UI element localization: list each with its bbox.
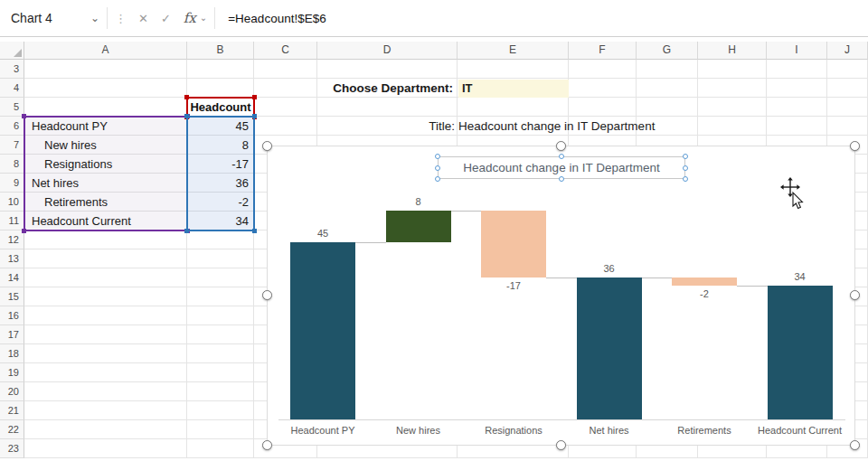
select-all-corner[interactable] — [0, 42, 24, 60]
range-handle[interactable] — [184, 95, 189, 99]
row-header-4[interactable]: 4 — [0, 79, 24, 98]
range-highlight-red[interactable] — [186, 97, 255, 118]
fx-chevron-icon[interactable]: ⌄ — [200, 14, 207, 23]
row-header-16[interactable]: 16 — [0, 306, 24, 325]
row-header-5[interactable]: 5 — [0, 98, 24, 117]
title-value-cell[interactable]: Headcount change in IT Department — [458, 117, 757, 136]
textbox-handle[interactable] — [683, 176, 688, 182]
textbox-handle[interactable] — [559, 176, 564, 182]
column-header-G[interactable]: G — [637, 42, 698, 60]
waterfall-bar-4[interactable] — [577, 278, 642, 419]
chart-title-textbox[interactable]: Headcount change in IT Department — [438, 156, 685, 179]
waterfall-connector — [451, 211, 482, 212]
chart-resize-handle[interactable] — [262, 290, 272, 300]
waterfall-connector — [546, 278, 577, 278]
chart-area[interactable]: 45Headcount PY8New hires-17Resignations3… — [267, 146, 855, 446]
name-box[interactable]: Chart 4 ⌄ — [11, 11, 99, 25]
row-header-9[interactable]: 9 — [0, 174, 24, 193]
row-header-12[interactable]: 12 — [0, 230, 24, 249]
category-axis-label: Headcount PY — [276, 425, 370, 436]
column-header-C[interactable]: C — [254, 42, 317, 60]
row-header-3[interactable]: 3 — [0, 60, 24, 79]
row-header-13[interactable]: 13 — [0, 249, 24, 268]
row-header-10[interactable]: 10 — [0, 193, 24, 212]
kebab-icon: ⋮ — [115, 12, 127, 25]
chart-resize-handle[interactable] — [850, 440, 860, 450]
bar-value-label: -2 — [672, 288, 737, 299]
column-header-E[interactable]: E — [458, 42, 569, 60]
chart-resize-handle[interactable] — [850, 141, 860, 151]
range-handle[interactable] — [184, 114, 189, 118]
chart-resize-handle[interactable] — [556, 440, 566, 450]
bar-value-label: 36 — [577, 263, 642, 274]
row-header-15[interactable]: 15 — [0, 287, 24, 306]
column-header-J[interactable]: J — [827, 42, 868, 60]
plot-area: 45Headcount PY8New hires-17Resignations3… — [268, 146, 854, 445]
textbox-handle[interactable] — [683, 165, 688, 171]
range-handle[interactable] — [22, 114, 26, 118]
formula-input[interactable]: =Headcount!$E$6 — [228, 12, 326, 25]
range-handle[interactable] — [184, 229, 189, 233]
category-axis-label: Resignations — [467, 425, 561, 436]
chart-resize-handle[interactable] — [262, 440, 272, 450]
range-highlight-purple[interactable] — [24, 116, 188, 231]
enter-icon[interactable]: ✓ — [155, 12, 177, 25]
range-highlight-blue[interactable] — [186, 116, 255, 231]
range-handle[interactable] — [252, 95, 257, 99]
cancel-icon[interactable]: ✕ — [132, 12, 155, 25]
category-axis-label: Headcount Current — [753, 425, 847, 436]
category-axis-label: New hires — [372, 425, 466, 436]
row-header-18[interactable]: 18 — [0, 344, 24, 363]
row-header-7[interactable]: 7 — [0, 136, 24, 155]
waterfall-connector — [642, 278, 673, 278]
column-header-H[interactable]: H — [698, 42, 767, 60]
chart-title: Headcount change in IT Department — [463, 161, 659, 174]
row-header-20[interactable]: 20 — [0, 382, 24, 401]
waterfall-connector — [355, 242, 386, 243]
choose-department-label: Choose Department: — [317, 79, 453, 98]
chart-resize-handle[interactable] — [556, 141, 566, 151]
chart-resize-handle[interactable] — [850, 290, 860, 300]
name-box-value: Chart 4 — [11, 11, 52, 25]
title-label: Title: — [380, 117, 455, 136]
category-axis-label: Net hires — [562, 425, 656, 436]
select-all-triangle-icon — [14, 49, 22, 57]
column-header-A[interactable]: A — [24, 42, 187, 60]
textbox-handle[interactable] — [435, 154, 440, 159]
row-header-17[interactable]: 17 — [0, 325, 24, 344]
row-header-6[interactable]: 6 — [0, 117, 24, 136]
row-header-19[interactable]: 19 — [0, 363, 24, 382]
category-axis-line — [278, 419, 845, 420]
bar-value-label: 8 — [386, 196, 451, 207]
textbox-handle[interactable] — [435, 165, 440, 171]
range-handle[interactable] — [252, 229, 257, 233]
waterfall-bar-2[interactable] — [386, 211, 451, 242]
column-header-B[interactable]: B — [187, 42, 254, 60]
range-handle[interactable] — [22, 229, 26, 233]
textbox-handle[interactable] — [683, 154, 688, 159]
category-axis-label: Retirements — [657, 425, 751, 436]
name-box-chevron-icon[interactable]: ⌄ — [90, 13, 99, 24]
column-header-F[interactable]: F — [569, 42, 637, 60]
chart-resize-handle[interactable] — [262, 141, 272, 151]
row-header-14[interactable]: 14 — [0, 268, 24, 287]
formula-bar: Chart 4 ⌄ ⋮ ✕ ✓ fx ⌄ =Headcount!$E$6 — [0, 0, 868, 37]
textbox-handle[interactable] — [559, 154, 564, 159]
row-header-8[interactable]: 8 — [0, 155, 24, 174]
department-input-cell[interactable]: IT — [458, 80, 569, 98]
row-header-11[interactable]: 11 — [0, 212, 24, 230]
waterfall-bar-5[interactable] — [672, 278, 737, 286]
insert-function-icon[interactable]: fx — [177, 10, 198, 26]
waterfall-bar-6[interactable] — [768, 286, 833, 419]
column-header-I[interactable]: I — [767, 42, 827, 60]
waterfall-bar-1[interactable] — [290, 242, 355, 419]
column-header-D[interactable]: D — [317, 42, 458, 60]
row-header-23[interactable]: 23 — [0, 439, 24, 458]
textbox-handle[interactable] — [435, 176, 440, 182]
row-header-21[interactable]: 21 — [0, 401, 24, 420]
waterfall-bar-3[interactable] — [481, 211, 546, 278]
range-handle[interactable] — [252, 114, 257, 118]
row-header-22[interactable]: 22 — [0, 420, 24, 439]
bar-value-label: 34 — [768, 271, 833, 282]
divider — [107, 7, 108, 29]
